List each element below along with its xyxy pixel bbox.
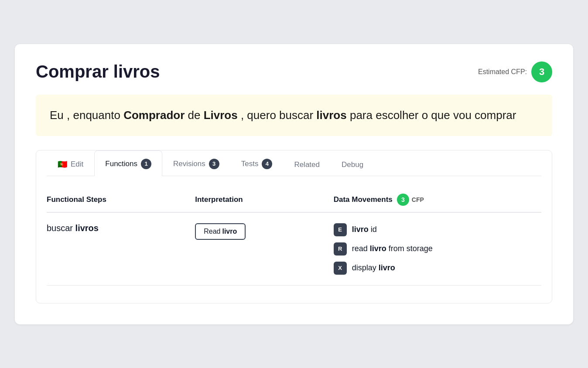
tab-functions[interactable]: Functions 1 <box>94 150 162 176</box>
tab-tests-label: Tests <box>241 160 259 168</box>
dm-text-entry: livro id <box>352 225 377 234</box>
tab-edit[interactable]: 🇵🇹 Edit <box>47 151 94 176</box>
data-movements-cell: E livro id R read livro from storage X d… <box>334 212 541 286</box>
dm-badge-e: E <box>334 223 347 236</box>
tab-revisions[interactable]: Revisions 3 <box>162 150 230 176</box>
tab-debug-label: Debug <box>342 160 363 169</box>
portugal-flag-icon: 🇵🇹 <box>58 160 67 169</box>
col-header-interpretation: Interpretation <box>195 194 334 212</box>
cfp-inline: 3 CFP <box>397 194 424 206</box>
dm-row-read: R read livro from storage <box>334 242 541 256</box>
interpretation-cell: Read livro <box>195 212 334 286</box>
main-card: Comprar livros Estimated CFP: 3 Eu , enq… <box>15 44 573 324</box>
tab-related-label: Related <box>294 160 320 169</box>
tabs-section: 🇵🇹 Edit Functions 1 Revisions 3 Tests 4 … <box>36 150 552 303</box>
table-cfp-badge: 3 <box>397 194 409 206</box>
estimated-cfp-section: Estimated CFP: 3 <box>478 61 552 82</box>
col-header-steps: Functional Steps <box>47 194 195 212</box>
functional-steps-table: Functional Steps Interpretation Data Mov… <box>47 194 541 286</box>
tab-related[interactable]: Related <box>283 152 331 176</box>
read-livro-button[interactable]: Read livro <box>195 223 246 240</box>
dm-row-entry: E livro id <box>334 223 541 236</box>
dm-badge-x: X <box>334 262 347 275</box>
col-header-data-movements: Data Movements 3 CFP <box>334 194 541 212</box>
cfp-badge: 3 <box>531 61 552 82</box>
story-text: Eu , enquanto Comprador de Livros , quer… <box>50 109 516 122</box>
dm-text-exit: display livro <box>352 263 395 273</box>
tab-tests[interactable]: Tests 4 <box>230 150 284 176</box>
tab-revisions-badge: 3 <box>209 159 219 169</box>
dm-row-exit: X display livro <box>334 262 541 275</box>
tab-edit-label: Edit <box>71 160 83 169</box>
dm-badge-r: R <box>334 242 347 256</box>
dm-text-read: read livro from storage <box>352 244 433 253</box>
tab-tests-badge: 4 <box>262 159 272 169</box>
data-movements-list: E livro id R read livro from storage X d… <box>334 223 541 275</box>
step-text: buscar livros <box>47 223 99 233</box>
tab-functions-label: Functions <box>105 160 137 168</box>
table-header-row: Functional Steps Interpretation Data Mov… <box>47 194 541 212</box>
tab-functions-badge: 1 <box>141 159 151 169</box>
step-cell: buscar livros <box>47 212 195 286</box>
tabs-bar: 🇵🇹 Edit Functions 1 Revisions 3 Tests 4 … <box>47 150 541 176</box>
table-cfp-label: CFP <box>412 196 424 203</box>
header: Comprar livros Estimated CFP: 3 <box>36 61 552 82</box>
tab-revisions-label: Revisions <box>173 160 205 168</box>
table-row: buscar livros Read livro E livro id <box>47 212 541 286</box>
story-banner: Eu , enquanto Comprador de Livros , quer… <box>36 95 552 136</box>
estimated-cfp-label: Estimated CFP: <box>478 68 527 76</box>
page-title: Comprar livros <box>36 62 160 82</box>
tab-debug[interactable]: Debug <box>331 152 374 176</box>
